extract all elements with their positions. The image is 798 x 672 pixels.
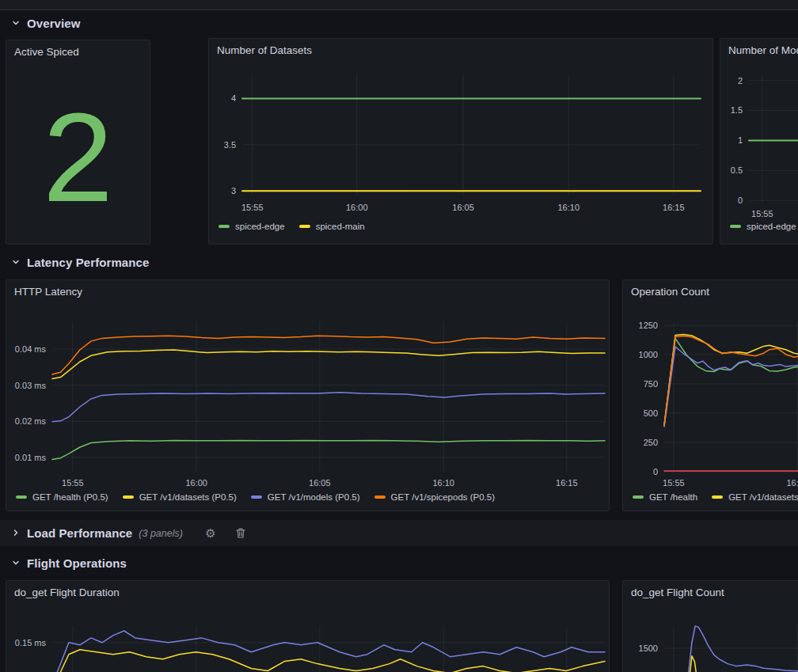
chevron-down-icon (11, 257, 21, 267)
section-title: Overview (27, 17, 81, 30)
svg-text:1000: 1000 (639, 350, 658, 359)
svg-text:3: 3 (231, 186, 236, 196)
legend-label: spiced-edge (235, 222, 285, 231)
svg-text:15:55: 15:55 (62, 478, 84, 488)
legend-color-swatch (633, 495, 644, 499)
panel-do-get-flight-duration: do_get Flight Duration 0.15 ms15:5516:00… (6, 580, 610, 672)
legend-label: spiced-edge (747, 222, 796, 231)
legend-label: GET /health (649, 492, 697, 502)
section-row-load-performance[interactable]: Load Performance (3 panels) ⚙ (0, 520, 798, 546)
legend-color-swatch (251, 495, 262, 499)
svg-text:750: 750 (644, 379, 658, 389)
legend-color-swatch (218, 225, 230, 228)
svg-text:0.5: 0.5 (731, 165, 743, 175)
section-header-overview[interactable]: Overview (11, 14, 81, 32)
legend-color-swatch (299, 225, 310, 228)
legend-color-swatch (123, 495, 134, 499)
top-navigation-bar (0, 0, 798, 10)
legend-label: GET /v1/models (P0.5) (268, 492, 360, 502)
legend-item[interactable]: GET /health (633, 492, 697, 502)
legend-color-swatch (712, 495, 723, 499)
chart-legend: spiced-edge (730, 222, 796, 231)
svg-text:16:00: 16:00 (786, 478, 798, 488)
svg-text:0.15 ms: 0.15 ms (15, 638, 47, 647)
chevron-right-icon (11, 526, 21, 541)
trash-icon (235, 527, 246, 539)
svg-text:16:15: 16:15 (663, 203, 685, 212)
svg-text:1.5: 1.5 (731, 105, 743, 115)
legend-label: GET /v1/datasets (P0.5) (139, 492, 237, 502)
stat-value: 2 (6, 70, 150, 244)
legend-item[interactable]: spiced-edge (730, 222, 796, 231)
section-title: Latency Performance (27, 256, 149, 269)
svg-text:500: 500 (644, 408, 658, 418)
panel-http-latency: HTTP Latency 0.04 ms0.03 ms0.02 ms0.01 m… (6, 279, 610, 511)
svg-text:0.04 ms: 0.04 ms (15, 344, 47, 354)
timeseries-chart[interactable]: 21.510.5015:5516:0016:0516:1016:15spiced… (720, 39, 798, 244)
chart-legend: GET /healthGET /v1/datasets (633, 492, 798, 502)
legend-label: GET /v1/spicepods (P0.5) (391, 492, 495, 502)
svg-text:16:00: 16:00 (346, 203, 368, 212)
gear-icon: ⚙ (205, 527, 215, 539)
svg-text:15:55: 15:55 (751, 209, 773, 218)
svg-text:2: 2 (738, 76, 743, 85)
row-delete-button[interactable] (232, 525, 249, 542)
panel-operation-count: Operation Count 12501000750500250015:551… (622, 279, 798, 511)
section-title: Load Performance (27, 526, 132, 540)
section-header-flight-operations[interactable]: Flight Operations (11, 554, 127, 571)
chart-legend: GET /health (P0.5)GET /v1/datasets (P0.5… (16, 492, 495, 502)
panel-number-of-datasets: Number of Datasets 43.5315:5516:0016:051… (208, 38, 713, 245)
grafana-dashboard: { "sections": { "overview": { "title": "… (0, 0, 798, 672)
svg-text:16:05: 16:05 (309, 478, 331, 488)
svg-text:16:00: 16:00 (185, 478, 207, 488)
legend-color-swatch (16, 495, 27, 499)
svg-text:0.03 ms: 0.03 ms (15, 381, 47, 390)
panel-do-get-flight-count: do_get Flight Count 150015:5516:0016:051… (622, 580, 798, 672)
section-title: Flight Operations (27, 556, 127, 570)
svg-text:16:10: 16:10 (557, 203, 580, 212)
row-settings-button[interactable]: ⚙ (202, 525, 219, 542)
legend-item[interactable]: GET /v1/models (P0.5) (251, 492, 360, 502)
svg-text:1: 1 (738, 135, 743, 145)
svg-text:16:15: 16:15 (556, 478, 578, 488)
legend-item[interactable]: GET /v1/datasets (P0.5) (123, 492, 237, 502)
legend-item[interactable]: spiced-edge (218, 222, 285, 231)
legend-item[interactable]: GET /health (P0.5) (16, 492, 108, 502)
panel-title[interactable]: Active Spiced (14, 46, 79, 58)
legend-label: GET /health (P0.5) (32, 492, 108, 502)
legend-label: spiced-main (316, 222, 365, 231)
svg-text:0: 0 (738, 196, 743, 205)
svg-text:16:10: 16:10 (432, 478, 454, 488)
timeseries-chart[interactable]: 0.04 ms0.03 ms0.02 ms0.01 ms15:5516:0016… (6, 280, 609, 511)
legend-item[interactable]: spiced-main (299, 222, 365, 231)
section-header-latency-performance[interactable]: Latency Performance (11, 253, 149, 271)
svg-text:4: 4 (231, 93, 236, 103)
timeseries-chart[interactable]: 0.15 ms15:5516:0016:0516:1016:15 (6, 581, 609, 672)
svg-text:1500: 1500 (639, 644, 658, 653)
legend-color-swatch (374, 495, 386, 499)
svg-text:3.5: 3.5 (224, 140, 236, 150)
timeseries-chart[interactable]: 12501000750500250015:5516:0016:0516:1016… (623, 280, 798, 511)
legend-item[interactable]: GET /v1/datasets (712, 492, 798, 502)
svg-text:0.02 ms: 0.02 ms (15, 416, 47, 426)
timeseries-chart[interactable]: 43.5315:5516:0016:0516:1016:15spiced-edg… (209, 39, 712, 244)
timeseries-chart[interactable]: 150015:5516:0016:0516:1016:15 (623, 581, 798, 672)
svg-text:0: 0 (653, 467, 658, 476)
legend-color-swatch (730, 225, 741, 228)
panel-active-spiced: Active Spiced 2 (6, 40, 150, 245)
panel-number-of-models: Number of Models 21.510.5015:5516:0016:0… (720, 38, 798, 245)
legend-label: GET /v1/datasets (728, 492, 798, 502)
svg-text:250: 250 (644, 438, 658, 447)
svg-text:0.01 ms: 0.01 ms (15, 453, 47, 462)
legend-item[interactable]: GET /v1/spicepods (P0.5) (374, 492, 495, 502)
chevron-down-icon (11, 18, 21, 28)
chevron-down-icon (11, 558, 21, 568)
svg-text:1250: 1250 (639, 321, 658, 330)
svg-text:15:55: 15:55 (663, 478, 685, 488)
svg-text:15:55: 15:55 (241, 203, 264, 212)
svg-text:16:05: 16:05 (452, 203, 474, 212)
chart-legend: spiced-edgespiced-main (218, 222, 365, 231)
panels-count-label: (3 panels) (139, 528, 183, 539)
